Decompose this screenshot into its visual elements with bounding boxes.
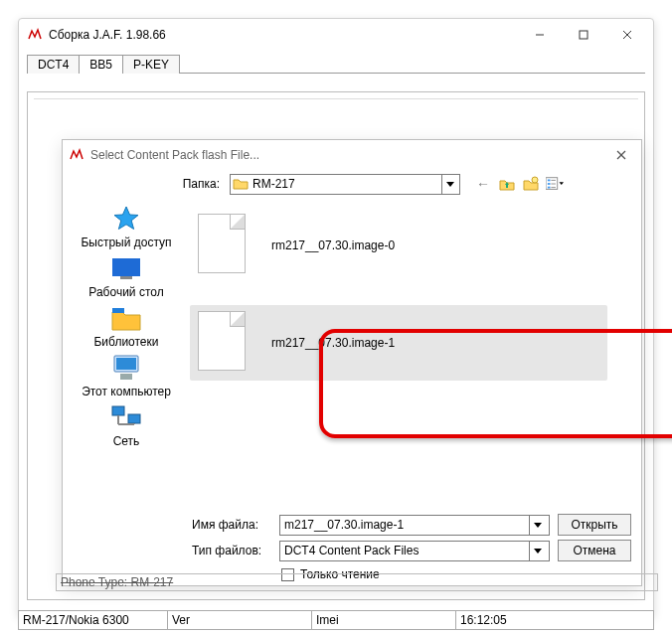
file-name: rm217__07.30.image-1	[271, 336, 395, 350]
svg-rect-14	[112, 258, 140, 276]
dialog-logo-icon	[69, 147, 84, 163]
cancel-button[interactable]: Отмена	[558, 540, 631, 561]
file-dialog: Select Content Pack flash File... Папка:…	[62, 139, 642, 586]
dropdown-arrow-icon	[529, 516, 545, 535]
app-logo-icon	[27, 27, 43, 43]
dropdown-arrow-icon	[529, 542, 545, 560]
svg-rect-21	[128, 414, 140, 423]
svg-rect-8	[548, 180, 551, 182]
places-bar: Быстрый доступ Рабочий стол Библиотеки	[63, 198, 190, 506]
view-menu-button[interactable]	[546, 175, 564, 193]
place-label: Библиотеки	[72, 335, 181, 349]
quick-access-icon	[108, 204, 144, 234]
place-desktop[interactable]: Рабочий стол	[72, 253, 181, 299]
up-one-level-button[interactable]	[498, 175, 516, 193]
svg-rect-9	[548, 183, 551, 185]
file-item[interactable]: rm217__07.30.image-0	[190, 208, 607, 283]
place-label: Этот компьютер	[72, 385, 181, 398]
dialog-title: Select Content Pack flash File...	[90, 148, 601, 162]
dropdown-arrow-icon	[441, 175, 457, 194]
tab-bb5[interactable]: BB5	[79, 55, 123, 74]
open-button[interactable]: Открыть	[558, 514, 631, 536]
place-this-pc[interactable]: Этот компьютер	[72, 353, 181, 398]
status-time: 16:12:05	[455, 610, 654, 630]
place-label: Рабочий стол	[72, 285, 181, 299]
filename-value: m217__07.30.image-1	[284, 518, 404, 532]
svg-rect-20	[112, 406, 124, 415]
folder-row: Папка: RM-217 ←	[63, 170, 641, 198]
folder-icon	[233, 176, 249, 192]
svg-rect-15	[120, 276, 132, 279]
close-button[interactable]	[605, 21, 649, 49]
phone-type-text: Phone Type: RM-217	[61, 575, 173, 589]
place-quick-access[interactable]: Быстрый доступ	[72, 204, 181, 249]
tab-pkey[interactable]: P-KEY	[122, 55, 180, 74]
filename-input[interactable]: m217__07.30.image-1	[279, 515, 550, 536]
svg-rect-1	[580, 31, 588, 39]
tab-strip: DCT4 BB5 P-KEY	[19, 51, 653, 73]
place-label: Сеть	[72, 434, 181, 448]
phone-type-row: Phone Type: RM-217	[56, 573, 658, 591]
this-pc-icon	[108, 353, 144, 383]
tab-body: Select Content Pack flash File... Папка:…	[27, 91, 645, 600]
file-list[interactable]: rm217__07.30.image-0 rm217__07.30.image-…	[190, 198, 641, 506]
svg-rect-19	[120, 374, 132, 380]
new-folder-button[interactable]	[522, 175, 540, 193]
dialog-titlebar: Select Content Pack flash File...	[63, 140, 641, 170]
filetype-label: Тип файлов:	[192, 544, 271, 557]
svg-rect-16	[112, 308, 124, 313]
filetype-value: DCT4 Content Pack Files	[284, 544, 419, 557]
folder-label: Папка:	[182, 177, 220, 191]
back-button[interactable]: ←	[474, 175, 492, 193]
dialog-body: Быстрый доступ Рабочий стол Библиотеки	[63, 198, 641, 506]
filename-label: Имя файла:	[192, 518, 271, 532]
dialog-close-button[interactable]	[601, 141, 641, 169]
file-item[interactable]: rm217__07.30.image-1	[190, 305, 607, 381]
file-name: rm217__07.30.image-0	[271, 238, 395, 252]
svg-point-6	[532, 177, 538, 183]
network-icon	[108, 402, 144, 432]
look-in-dropdown[interactable]: RM-217	[230, 174, 460, 195]
place-network[interactable]: Сеть	[72, 402, 181, 448]
file-icon	[198, 214, 253, 277]
svg-rect-10	[548, 187, 551, 189]
status-version: Ver	[167, 610, 311, 630]
minimize-button[interactable]	[518, 21, 562, 49]
folder-name: RM-217	[252, 177, 295, 191]
file-icon	[198, 311, 253, 375]
status-phone-model: RM-217/Nokia 6300	[18, 610, 167, 630]
place-label: Быстрый доступ	[72, 236, 181, 249]
maximize-button[interactable]	[562, 21, 605, 49]
main-window: Сборка J.A.F. 1.98.66 DCT4 BB5 P-KEY Sel…	[18, 18, 654, 616]
window-title: Сборка J.A.F. 1.98.66	[49, 28, 518, 42]
status-imei: Imei	[311, 610, 455, 630]
titlebar: Сборка J.A.F. 1.98.66	[19, 19, 653, 51]
tab-dct4[interactable]: DCT4	[27, 55, 80, 74]
place-libraries[interactable]: Библиотеки	[72, 303, 181, 349]
svg-rect-18	[116, 358, 136, 370]
libraries-icon	[108, 303, 144, 333]
desktop-icon	[108, 253, 144, 283]
status-bar: RM-217/Nokia 6300 Ver Imei 16:12:05	[18, 610, 654, 630]
filetype-dropdown[interactable]: DCT4 Content Pack Files	[279, 541, 550, 561]
